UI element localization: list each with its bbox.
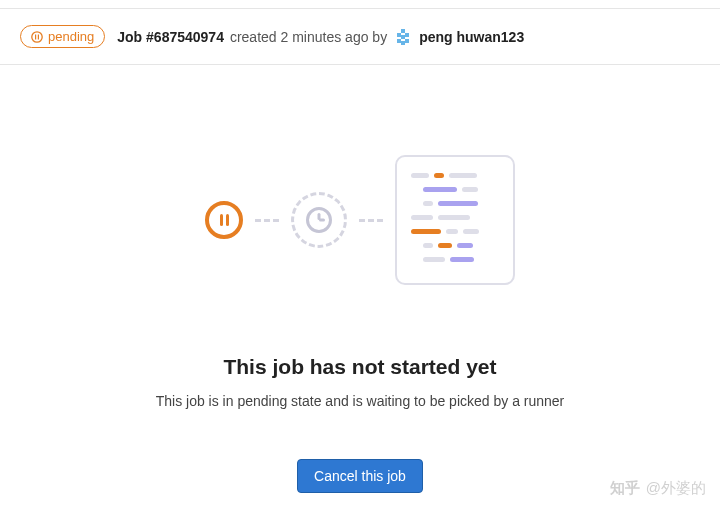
job-title: Job #687540974 [117, 29, 224, 45]
svg-rect-10 [401, 41, 405, 45]
svg-rect-5 [397, 33, 401, 37]
user-avatar[interactable] [393, 27, 413, 47]
svg-rect-7 [401, 35, 405, 39]
pending-illustration [0, 155, 720, 285]
dash-connector [255, 219, 279, 222]
content-description: This job is in pending state and is wait… [0, 393, 720, 409]
job-info: Job #687540974 created 2 minutes ago by … [117, 27, 524, 47]
code-preview-icon [395, 155, 515, 285]
svg-rect-1 [35, 34, 36, 39]
status-label: pending [48, 29, 94, 44]
job-created-text: created 2 minutes ago by [230, 29, 387, 45]
svg-rect-6 [405, 33, 409, 37]
svg-rect-8 [397, 39, 401, 43]
watermark: 知乎 @外婆的 [610, 479, 706, 498]
user-name[interactable]: peng huwan123 [419, 29, 524, 45]
svg-rect-4 [401, 29, 405, 33]
pause-circle-icon [205, 201, 243, 239]
pause-icon [31, 31, 43, 43]
content-heading: This job has not started yet [0, 355, 720, 379]
cancel-job-button[interactable]: Cancel this job [297, 459, 423, 493]
svg-rect-2 [38, 34, 39, 39]
svg-point-0 [32, 31, 42, 41]
watermark-text: @外婆的 [646, 479, 706, 496]
status-badge: pending [20, 25, 105, 48]
watermark-logo: 知乎 [610, 479, 640, 498]
svg-rect-9 [405, 39, 409, 43]
clock-icon [291, 192, 347, 248]
job-header: pending Job #687540974 created 2 minutes… [0, 8, 720, 65]
dash-connector [359, 219, 383, 222]
content-message: This job has not started yet This job is… [0, 355, 720, 409]
